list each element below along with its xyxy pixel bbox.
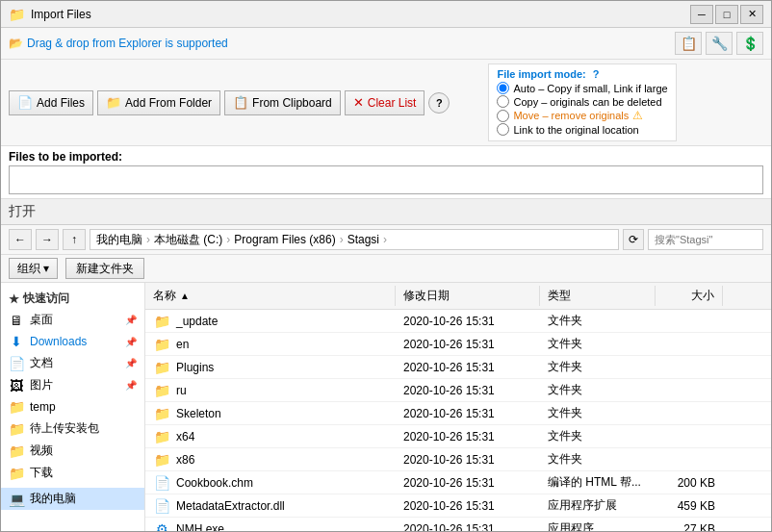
toolbar-icon-dollar[interactable]: 💲: [736, 32, 763, 55]
radio-copy[interactable]: [497, 95, 509, 108]
add-from-folder-button[interactable]: 📁 Add From Folder: [97, 90, 220, 115]
file-row-date: 2020-10-26 15:31: [396, 521, 540, 532]
sidebar-item-downloads[interactable]: ⬇ Downloads 📌: [1, 331, 144, 352]
from-clipboard-button[interactable]: 📋 From Clipboard: [224, 90, 341, 115]
col-header-type[interactable]: 类型: [540, 286, 656, 306]
table-row[interactable]: 📁 Skeleton 2020-10-26 15:31 文件夹: [145, 402, 771, 425]
main-content: ★快速访问 🖥 桌面 📌 ⬇ Downloads 📌 📄 文档 📌: [1, 283, 771, 531]
file-rows-container: 📁 _update 2020-10-26 15:31 文件夹 📁 en 2020…: [145, 310, 771, 531]
title-bar: 📁 Import Files ─ □ ✕: [1, 1, 771, 28]
clear-list-button[interactable]: ✕ Clear List: [345, 90, 425, 115]
forward-button[interactable]: →: [36, 229, 59, 250]
sidebar-videos-label: 视频: [30, 443, 53, 459]
file-row-icon: 📁: [153, 383, 170, 398]
file-row-size: [656, 320, 723, 322]
table-row[interactable]: 📁 Plugins 2020-10-26 15:31 文件夹: [145, 356, 771, 379]
file-row-size: [656, 413, 723, 415]
minimize-button[interactable]: ─: [690, 5, 713, 24]
toolbar-icon-filter[interactable]: 🔧: [706, 32, 733, 55]
col-header-date[interactable]: 修改日期: [396, 286, 540, 306]
files-section: Files to be imported:: [1, 146, 771, 199]
table-row[interactable]: 📄 Cookbook.chm 2020-10-26 15:31 编译的 HTML…: [145, 471, 771, 494]
radio-row-link: Link to the original location: [497, 123, 667, 136]
clipboard-icon: 📋: [233, 95, 248, 110]
sidebar-desktop-label: 桌面: [30, 312, 53, 328]
col-header-name[interactable]: 名称 ▲: [145, 286, 396, 306]
radio-move[interactable]: [497, 110, 509, 122]
add-folder-icon: 📁: [106, 95, 121, 110]
toolbar-icon-clipboard[interactable]: 📋: [675, 32, 702, 55]
breadcrumb[interactable]: 我的电脑 › 本地磁盘 (C:) › Program Files (x86) ›…: [90, 229, 619, 250]
file-row-name: MetadataExtractor.dll: [176, 499, 285, 513]
add-from-folder-label: Add From Folder: [125, 96, 212, 110]
breadcrumb-drive[interactable]: 本地磁盘 (C:): [154, 232, 222, 248]
table-row[interactable]: 📁 en 2020-10-26 15:31 文件夹: [145, 333, 771, 356]
sort-arrow: ▲: [180, 291, 190, 301]
file-row-type: 应用程序: [540, 519, 656, 531]
file-row-name: Skeleton: [176, 407, 221, 420]
sidebar-item-documents[interactable]: 📄 文档 📌: [1, 352, 144, 374]
file-row-type: 文件夹: [540, 404, 656, 422]
file-row-date: 2020-10-26 15:31: [396, 452, 540, 468]
sidebar-mypc-section: 💻 我的电脑: [1, 488, 144, 510]
sidebar-item-videos[interactable]: 📁 视频: [1, 440, 144, 462]
add-files-button[interactable]: 📄 Add Files: [9, 90, 93, 115]
file-row-type: 文件夹: [540, 427, 656, 445]
file-row-date: 2020-10-26 15:31: [396, 383, 540, 398]
table-row[interactable]: 📁 _update 2020-10-26 15:31 文件夹: [145, 310, 771, 333]
file-row-size: [656, 436, 723, 438]
sidebar-item-mypc[interactable]: 💻 我的电脑: [1, 488, 144, 510]
file-row-type: 编译的 HTML 帮...: [540, 473, 656, 492]
col-header-size[interactable]: 大小: [656, 286, 723, 306]
title-bar-left: 📁 Import Files: [9, 7, 91, 22]
close-button[interactable]: ✕: [740, 5, 763, 24]
table-row[interactable]: ⚙ NMH.exe 2020-10-26 15:31 应用程序 27 KB: [145, 518, 771, 531]
organize-button[interactable]: 组织 ▾: [9, 258, 58, 279]
search-box[interactable]: [648, 229, 763, 250]
help-button[interactable]: ?: [428, 92, 450, 114]
file-row-date: 2020-10-26 15:31: [396, 337, 540, 352]
import-mode-help[interactable]: ?: [593, 68, 600, 80]
clear-list-label: Clear List: [368, 96, 417, 110]
table-row[interactable]: 📁 x64 2020-10-26 15:31 文件夹: [145, 425, 771, 448]
files-input-area[interactable]: [9, 165, 763, 194]
window-title: Import Files: [31, 8, 91, 21]
breadcrumb-mypc[interactable]: 我的电脑: [96, 232, 142, 248]
up-button[interactable]: ↑: [63, 229, 86, 250]
table-row[interactable]: 📁 ru 2020-10-26 15:31 文件夹: [145, 379, 771, 402]
file-row-icon: 📁: [153, 314, 170, 329]
sidebar-item-desktop[interactable]: 🖥 桌面 📌: [1, 309, 144, 331]
pin-icon-4: 📌: [125, 380, 137, 391]
drag-drop-icon: 📂: [9, 37, 23, 50]
file-row-size: [656, 459, 723, 461]
refresh-button[interactable]: ⟳: [623, 229, 644, 250]
sidebar-downloads2-label: 下载: [30, 465, 53, 481]
file-toolbar-row: 组织 ▾ 新建文件夹: [1, 255, 771, 283]
sidebar-item-downloads2[interactable]: 📁 下载: [1, 462, 144, 484]
sidebar-item-pictures[interactable]: 🖼 图片 📌: [1, 374, 144, 396]
pin-icon-3: 📌: [125, 358, 137, 368]
file-row-name: Cookbook.chm: [176, 476, 253, 490]
breadcrumb-stagsi[interactable]: Stagsi: [347, 233, 379, 246]
search-input[interactable]: [655, 234, 757, 245]
radio-link[interactable]: [497, 123, 509, 136]
back-button[interactable]: ←: [9, 229, 32, 250]
add-files-icon: 📄: [17, 95, 33, 110]
file-list: 名称 ▲ 修改日期 类型 大小 📁 _update 2020-10-26 15:…: [145, 283, 771, 531]
file-row-name: ru: [176, 384, 187, 397]
file-row-type: 文件夹: [540, 335, 656, 353]
maximize-button[interactable]: □: [715, 5, 738, 24]
toolbar-buttons: 📄 Add Files 📁 Add From Folder 📋 From Cli…: [1, 60, 457, 145]
new-folder-button[interactable]: 新建文件夹: [65, 258, 144, 279]
file-row-size: [656, 343, 723, 345]
import-mode-title: File import mode: ?: [497, 68, 667, 80]
table-row[interactable]: 📄 MetadataExtractor.dll 2020-10-26 15:31…: [145, 494, 771, 518]
clear-list-icon: ✕: [353, 95, 364, 110]
file-row-date: 2020-10-26 15:31: [396, 406, 540, 421]
table-row[interactable]: 📁 x86 2020-10-26 15:31 文件夹: [145, 448, 771, 471]
radio-auto[interactable]: [497, 82, 509, 94]
sidebar-item-uploads[interactable]: 📁 待上传安装包: [1, 418, 144, 440]
breadcrumb-programfiles[interactable]: Program Files (x86): [234, 233, 335, 246]
sidebar-item-temp[interactable]: 📁 temp: [1, 396, 144, 418]
radio-auto-label: Auto – Copy if small, Link if large: [513, 83, 667, 94]
